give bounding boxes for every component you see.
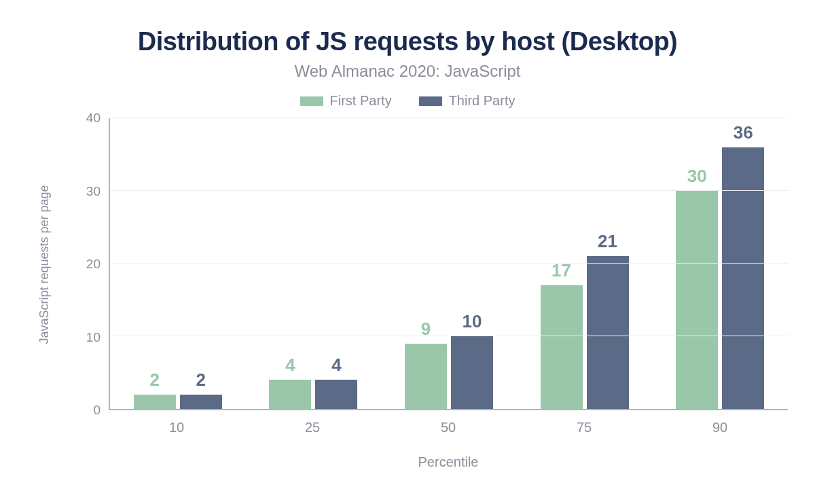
legend-item-1: Third Party bbox=[419, 93, 515, 109]
bar-value-label: 2 bbox=[196, 370, 206, 391]
x-tick: 75 bbox=[516, 410, 652, 435]
y-tick: 10 bbox=[86, 330, 101, 345]
bar-value-label: 2 bbox=[150, 370, 160, 391]
gridline bbox=[110, 336, 788, 336]
x-ticks: 1025507590 bbox=[109, 410, 788, 435]
bar: 36 bbox=[722, 147, 764, 409]
y-axis-label: JavaScript requests per page bbox=[37, 185, 52, 344]
bar-value-label: 30 bbox=[687, 166, 707, 187]
y-tick: 0 bbox=[93, 403, 101, 418]
x-tick: 50 bbox=[380, 410, 516, 435]
x-axis-row: 1025507590 bbox=[109, 410, 788, 435]
legend-label: Third Party bbox=[449, 93, 515, 109]
bar-group: 1721 bbox=[517, 118, 653, 409]
x-tick: 10 bbox=[109, 410, 244, 435]
chart-container: Distribution of JS requests by host (Des… bbox=[0, 0, 815, 504]
bar-value-label: 4 bbox=[285, 355, 295, 376]
bar: 9 bbox=[405, 344, 447, 409]
bar: 2 bbox=[180, 395, 222, 409]
y-axis-label-col: JavaScript requests per page bbox=[27, 118, 61, 410]
bar-group: 22 bbox=[110, 118, 246, 409]
bar-value-label: 21 bbox=[598, 231, 617, 252]
chart-title: Distribution of JS requests by host (Des… bbox=[27, 27, 788, 56]
plot-row: JavaScript requests per page 010203040 2… bbox=[27, 118, 788, 410]
legend-item-0: First Party bbox=[300, 93, 392, 109]
x-tick: 90 bbox=[652, 410, 788, 435]
chart-subtitle: Web Almanac 2020: JavaScript bbox=[27, 62, 788, 81]
bar-group: 3036 bbox=[652, 118, 788, 409]
legend-label: First Party bbox=[330, 93, 392, 109]
y-tick: 30 bbox=[86, 184, 101, 199]
plot-area: 224491017213036 bbox=[109, 118, 788, 410]
legend-swatch bbox=[300, 96, 323, 106]
bar: 4 bbox=[269, 380, 311, 409]
bar: 4 bbox=[315, 380, 357, 409]
x-tick: 25 bbox=[244, 410, 380, 435]
bar-value-label: 9 bbox=[421, 319, 431, 340]
bar: 17 bbox=[541, 285, 583, 409]
bar-group: 910 bbox=[381, 118, 517, 409]
y-tick-column: 010203040 bbox=[61, 118, 109, 410]
legend: First PartyThird Party bbox=[27, 93, 788, 109]
gridline bbox=[110, 263, 788, 264]
bar: 30 bbox=[676, 191, 718, 409]
bar-groups: 224491017213036 bbox=[110, 118, 788, 409]
bar: 10 bbox=[451, 336, 493, 409]
x-axis-label: Percentile bbox=[109, 454, 788, 470]
gridline bbox=[110, 118, 788, 118]
bar-value-label: 10 bbox=[463, 311, 482, 332]
bar-group: 44 bbox=[246, 118, 382, 409]
legend-swatch bbox=[419, 96, 442, 106]
y-tick: 40 bbox=[86, 111, 101, 126]
bar-value-label: 4 bbox=[331, 355, 341, 376]
bar: 2 bbox=[134, 395, 176, 409]
bar: 21 bbox=[587, 256, 629, 409]
gridline bbox=[110, 190, 788, 191]
y-tick: 20 bbox=[86, 257, 101, 272]
bar-value-label: 36 bbox=[734, 122, 753, 143]
